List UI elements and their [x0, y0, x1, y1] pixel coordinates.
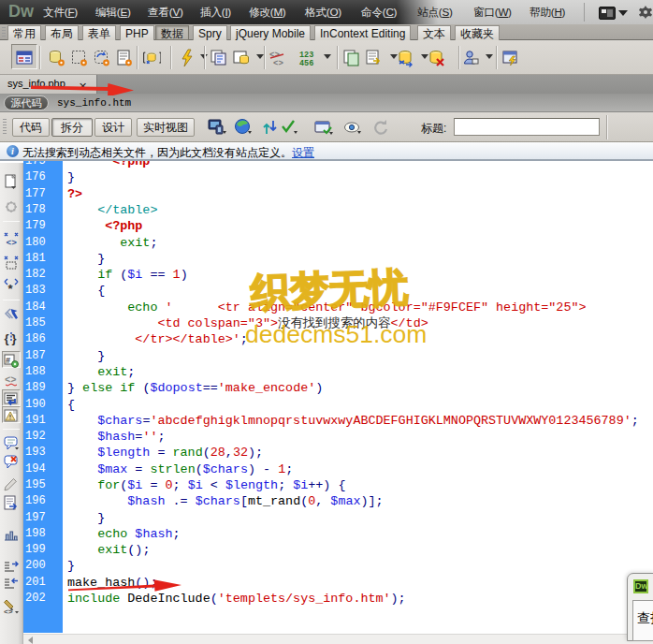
- svg-text:<>: <>: [4, 607, 13, 616]
- svg-text:#: #: [6, 356, 10, 365]
- svg-text:{: {: [5, 331, 9, 345]
- svg-text:456: 456: [299, 59, 313, 67]
- svg-text:}: }: [12, 331, 17, 345]
- svg-text:*: *: [8, 282, 14, 294]
- svg-text:<>: <>: [7, 238, 18, 247]
- svg-text:<>: <>: [273, 59, 283, 67]
